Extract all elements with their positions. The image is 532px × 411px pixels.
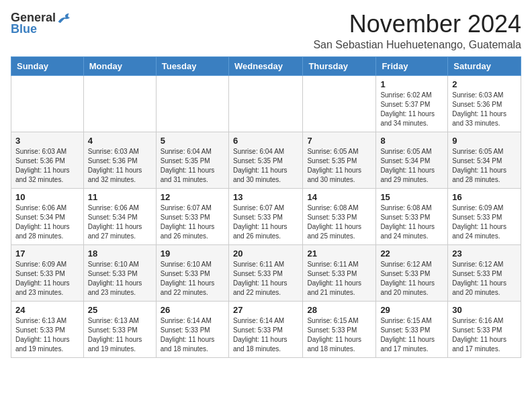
calendar-cell: 21Sunrise: 6:11 AM Sunset: 5:33 PM Dayli… [303, 244, 376, 301]
day-info: Sunrise: 6:15 AM Sunset: 5:33 PM Dayligh… [380, 316, 443, 354]
calendar-cell: 29Sunrise: 6:15 AM Sunset: 5:33 PM Dayli… [376, 301, 448, 357]
col-header-sunday: Sunday [11, 56, 84, 75]
day-number: 14 [307, 192, 371, 202]
day-number: 27 [233, 305, 298, 315]
col-header-thursday: Thursday [303, 56, 376, 75]
day-number: 28 [307, 305, 371, 315]
calendar-cell [303, 75, 376, 132]
col-header-saturday: Saturday [448, 56, 521, 75]
day-number: 3 [15, 136, 79, 146]
day-info: Sunrise: 6:05 AM Sunset: 5:35 PM Dayligh… [307, 147, 371, 185]
calendar-cell: 6Sunrise: 6:04 AM Sunset: 5:35 PM Daylig… [228, 132, 302, 188]
calendar-cell: 2Sunrise: 6:03 AM Sunset: 5:36 PM Daylig… [448, 75, 521, 132]
day-info: Sunrise: 6:13 AM Sunset: 5:33 PM Dayligh… [15, 316, 79, 354]
calendar-cell: 26Sunrise: 6:14 AM Sunset: 5:33 PM Dayli… [156, 301, 228, 357]
col-header-monday: Monday [83, 56, 156, 75]
day-number: 4 [88, 136, 152, 146]
day-info: Sunrise: 6:12 AM Sunset: 5:33 PM Dayligh… [452, 260, 517, 298]
calendar-cell: 5Sunrise: 6:04 AM Sunset: 5:35 PM Daylig… [156, 132, 228, 188]
day-number: 19 [161, 248, 224, 259]
day-number: 24 [15, 305, 79, 315]
day-number: 17 [15, 248, 79, 259]
calendar-cell: 17Sunrise: 6:09 AM Sunset: 5:33 PM Dayli… [11, 244, 84, 301]
title-section: November 2024 San Sebastian Huehuetenang… [313, 11, 521, 51]
calendar-cell [11, 75, 84, 132]
calendar-cell: 23Sunrise: 6:12 AM Sunset: 5:33 PM Dayli… [448, 244, 521, 301]
day-number: 15 [380, 192, 443, 202]
day-info: Sunrise: 6:08 AM Sunset: 5:33 PM Dayligh… [307, 203, 371, 241]
calendar-cell: 1Sunrise: 6:02 AM Sunset: 5:37 PM Daylig… [376, 75, 448, 132]
calendar-cell: 24Sunrise: 6:13 AM Sunset: 5:33 PM Dayli… [11, 301, 84, 357]
day-info: Sunrise: 6:09 AM Sunset: 5:33 PM Dayligh… [15, 260, 79, 298]
calendar-cell: 22Sunrise: 6:12 AM Sunset: 5:33 PM Dayli… [376, 244, 448, 301]
day-number: 25 [88, 305, 152, 315]
day-number: 10 [15, 192, 79, 202]
day-info: Sunrise: 6:13 AM Sunset: 5:33 PM Dayligh… [88, 316, 152, 354]
day-info: Sunrise: 6:06 AM Sunset: 5:34 PM Dayligh… [15, 203, 79, 241]
day-info: Sunrise: 6:08 AM Sunset: 5:33 PM Dayligh… [380, 203, 443, 241]
day-info: Sunrise: 6:04 AM Sunset: 5:35 PM Dayligh… [161, 147, 224, 185]
logo-bird-icon [57, 11, 73, 25]
day-number: 5 [161, 136, 224, 146]
calendar-cell [83, 75, 156, 132]
day-info: Sunrise: 6:06 AM Sunset: 5:34 PM Dayligh… [88, 203, 152, 241]
day-number: 7 [307, 136, 371, 146]
day-info: Sunrise: 6:14 AM Sunset: 5:33 PM Dayligh… [233, 316, 298, 354]
day-info: Sunrise: 6:07 AM Sunset: 5:33 PM Dayligh… [233, 203, 298, 241]
calendar-week-row: 10Sunrise: 6:06 AM Sunset: 5:34 PM Dayli… [11, 188, 521, 244]
day-info: Sunrise: 6:14 AM Sunset: 5:33 PM Dayligh… [161, 316, 224, 354]
calendar-cell [156, 75, 228, 132]
day-info: Sunrise: 6:04 AM Sunset: 5:35 PM Dayligh… [233, 147, 298, 185]
day-info: Sunrise: 6:07 AM Sunset: 5:33 PM Dayligh… [161, 203, 224, 241]
location-subtitle: San Sebastian Huehuetenango, Guatemala [313, 39, 521, 51]
day-info: Sunrise: 6:03 AM Sunset: 5:36 PM Dayligh… [88, 147, 152, 185]
calendar-cell: 27Sunrise: 6:14 AM Sunset: 5:33 PM Dayli… [228, 301, 302, 357]
calendar-cell: 20Sunrise: 6:11 AM Sunset: 5:33 PM Dayli… [228, 244, 302, 301]
calendar-cell: 13Sunrise: 6:07 AM Sunset: 5:33 PM Dayli… [228, 188, 302, 244]
day-number: 18 [88, 248, 152, 259]
month-title: November 2024 [313, 11, 521, 38]
day-info: Sunrise: 6:05 AM Sunset: 5:34 PM Dayligh… [380, 147, 443, 185]
col-header-tuesday: Tuesday [156, 56, 228, 75]
calendar-cell: 11Sunrise: 6:06 AM Sunset: 5:34 PM Dayli… [83, 188, 156, 244]
calendar-cell: 9Sunrise: 6:05 AM Sunset: 5:34 PM Daylig… [448, 132, 521, 188]
calendar-week-row: 3Sunrise: 6:03 AM Sunset: 5:36 PM Daylig… [11, 132, 521, 188]
calendar-cell [228, 75, 302, 132]
calendar-cell: 16Sunrise: 6:09 AM Sunset: 5:33 PM Dayli… [448, 188, 521, 244]
day-number: 13 [233, 192, 298, 202]
calendar-cell: 30Sunrise: 6:16 AM Sunset: 5:33 PM Dayli… [448, 301, 521, 357]
calendar-cell: 8Sunrise: 6:05 AM Sunset: 5:34 PM Daylig… [376, 132, 448, 188]
day-info: Sunrise: 6:09 AM Sunset: 5:33 PM Dayligh… [452, 203, 517, 241]
calendar-week-row: 17Sunrise: 6:09 AM Sunset: 5:33 PM Dayli… [11, 244, 521, 301]
day-number: 20 [233, 248, 298, 259]
day-number: 1 [380, 79, 443, 89]
logo-blue-text: Blue [11, 22, 37, 36]
day-number: 9 [452, 136, 517, 146]
day-number: 16 [452, 192, 517, 202]
day-info: Sunrise: 6:11 AM Sunset: 5:33 PM Dayligh… [307, 260, 371, 298]
calendar-cell: 14Sunrise: 6:08 AM Sunset: 5:33 PM Dayli… [303, 188, 376, 244]
day-number: 11 [88, 192, 152, 202]
day-number: 30 [452, 305, 517, 315]
calendar-cell: 12Sunrise: 6:07 AM Sunset: 5:33 PM Dayli… [156, 188, 228, 244]
day-info: Sunrise: 6:10 AM Sunset: 5:33 PM Dayligh… [88, 260, 152, 298]
day-info: Sunrise: 6:02 AM Sunset: 5:37 PM Dayligh… [380, 91, 443, 128]
day-info: Sunrise: 6:11 AM Sunset: 5:33 PM Dayligh… [233, 260, 298, 298]
col-header-friday: Friday [376, 56, 448, 75]
col-header-wednesday: Wednesday [228, 56, 302, 75]
day-number: 6 [233, 136, 298, 146]
day-info: Sunrise: 6:12 AM Sunset: 5:33 PM Dayligh… [380, 260, 443, 298]
day-number: 2 [452, 79, 517, 89]
calendar-cell: 3Sunrise: 6:03 AM Sunset: 5:36 PM Daylig… [11, 132, 84, 188]
calendar-week-row: 1Sunrise: 6:02 AM Sunset: 5:37 PM Daylig… [11, 75, 521, 132]
day-number: 21 [307, 248, 371, 259]
calendar-cell: 7Sunrise: 6:05 AM Sunset: 5:35 PM Daylig… [303, 132, 376, 188]
calendar-cell: 4Sunrise: 6:03 AM Sunset: 5:36 PM Daylig… [83, 132, 156, 188]
day-number: 23 [452, 248, 517, 259]
calendar-cell: 28Sunrise: 6:15 AM Sunset: 5:33 PM Dayli… [303, 301, 376, 357]
day-info: Sunrise: 6:03 AM Sunset: 5:36 PM Dayligh… [452, 91, 517, 128]
day-info: Sunrise: 6:05 AM Sunset: 5:34 PM Dayligh… [452, 147, 517, 185]
calendar-cell: 10Sunrise: 6:06 AM Sunset: 5:34 PM Dayli… [11, 188, 84, 244]
day-number: 26 [161, 305, 224, 315]
calendar-week-row: 24Sunrise: 6:13 AM Sunset: 5:33 PM Dayli… [11, 301, 521, 357]
